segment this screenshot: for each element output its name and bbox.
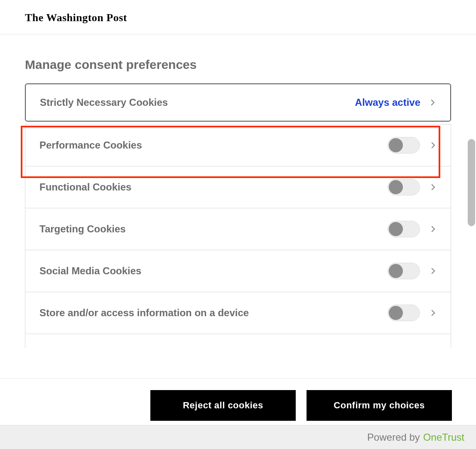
chevron-right-icon (430, 226, 437, 232)
footer-actions: Reject all cookies Confirm my choices (0, 378, 476, 421)
toggle-switch[interactable] (388, 179, 420, 195)
scrollbar-thumb[interactable] (468, 139, 475, 226)
category-label: Functional Cookies (39, 181, 388, 193)
chevron-right-icon (430, 310, 437, 316)
toggle-switch[interactable] (388, 221, 420, 237)
category-strictly-necessary[interactable]: Strictly Necessary Cookies Always active (25, 83, 451, 122)
toggle-switch[interactable] (388, 137, 420, 154)
category-label: Social Media Cookies (39, 265, 388, 277)
powered-by-prefix: Powered by (367, 432, 420, 443)
category-performance[interactable]: Performance Cookies (25, 124, 451, 166)
category-list: Strictly Necessary Cookies Always active… (2, 83, 474, 348)
toggle-knob (389, 306, 403, 320)
confirm-choices-button[interactable]: Confirm my choices (307, 390, 452, 421)
chevron-right-icon (430, 142, 437, 149)
chevron-right-icon (430, 268, 437, 274)
category-label: Store and/or access information on a dev… (39, 307, 388, 319)
dialog-header: The Washington Post (0, 0, 476, 34)
reject-all-button[interactable]: Reject all cookies (150, 390, 296, 421)
powered-by-brand: OneTrust (423, 432, 464, 443)
chevron-right-icon (430, 184, 437, 190)
category-label: Strictly Necessary Cookies (40, 97, 355, 108)
brand-logo: The Washington Post (25, 12, 451, 24)
category-partial-next[interactable] (25, 334, 451, 348)
category-store-access-device[interactable]: Store and/or access information on a dev… (25, 292, 451, 334)
category-functional[interactable]: Functional Cookies (25, 166, 451, 208)
toggle-knob (389, 138, 403, 152)
toggle-switch[interactable] (388, 263, 420, 279)
category-label: Performance Cookies (39, 139, 388, 151)
category-targeting[interactable]: Targeting Cookies (25, 208, 451, 250)
always-active-badge: Always active (355, 97, 420, 108)
toggle-knob (389, 264, 403, 278)
powered-by-footer: Powered by OneTrust (0, 425, 476, 449)
toggle-switch[interactable] (388, 305, 420, 321)
section-title: Manage consent preferences (2, 34, 474, 83)
category-social-media[interactable]: Social Media Cookies (25, 250, 451, 292)
category-label: Targeting Cookies (39, 223, 388, 235)
toggle-knob (389, 180, 403, 194)
toggle-knob (389, 222, 403, 236)
chevron-right-icon (429, 99, 436, 106)
